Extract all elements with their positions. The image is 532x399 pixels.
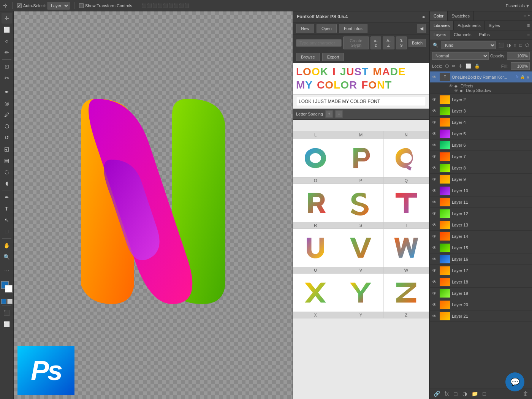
layer-eye-10[interactable]: 👁: [432, 188, 438, 193]
add-style-btn[interactable]: fx: [443, 390, 450, 397]
az-button[interactable]: a-z: [370, 36, 382, 49]
layer-eye-4[interactable]: 👁: [432, 120, 438, 125]
layer-item-4[interactable]: 👁 Layer 4: [430, 117, 532, 128]
layer-item-12[interactable]: 👁 Layer 12: [430, 208, 532, 219]
glyph-y[interactable]: [338, 274, 383, 312]
layer-eye-19[interactable]: 👁: [432, 291, 438, 296]
lock-transparent-icon[interactable]: ⬡: [445, 63, 449, 69]
glyph-z[interactable]: [384, 274, 429, 312]
auto-select-dropdown[interactable]: Layer: [48, 2, 70, 10]
layer-item-14[interactable]: 👁 Layer 14: [430, 231, 532, 242]
tool-eraser[interactable]: ◱: [2, 144, 12, 154]
glyph-t[interactable]: [384, 184, 429, 222]
tab-swatches[interactable]: Swatches: [448, 11, 474, 21]
layer-eye-8[interactable]: 👁: [432, 165, 438, 171]
tool-dodge[interactable]: ◖: [2, 178, 12, 188]
tool-zoom[interactable]: 🔍: [2, 252, 12, 262]
align-left-icon[interactable]: ⬛: [142, 3, 146, 8]
char-input[interactable]: [296, 39, 342, 47]
tool-path[interactable]: ↖: [2, 215, 12, 225]
layer-item-7[interactable]: 👁 Layer 7: [430, 151, 532, 162]
layer-eye-15[interactable]: 👁: [432, 245, 438, 250]
font-infos-button[interactable]: Font Infos: [339, 24, 367, 33]
export-button[interactable]: Export: [322, 53, 344, 61]
layer-eye-5[interactable]: 👁: [432, 131, 438, 136]
libs-menu-icon[interactable]: ≡: [527, 23, 532, 28]
tool-gradient[interactable]: ▤: [2, 155, 12, 166]
layer-eye-7[interactable]: 👁: [432, 154, 438, 159]
layer-item-3[interactable]: 👁 Layer 3: [430, 105, 532, 117]
layer-item-13[interactable]: 👁 Layer 13: [430, 219, 532, 231]
glyph-s[interactable]: [338, 184, 383, 222]
layer-item-2[interactable]: 👁 Layer 2: [430, 94, 532, 105]
link-layers-btn[interactable]: 🔗: [432, 390, 442, 397]
layer-eye-text[interactable]: 👁: [432, 74, 438, 80]
glyph-o[interactable]: [293, 139, 338, 177]
tab-channels[interactable]: Channels: [450, 30, 475, 40]
tool-screen-mode[interactable]: ⬛: [2, 307, 12, 318]
align-center-icon[interactable]: ⬛: [147, 3, 152, 8]
layer-item-16[interactable]: 👁 Layer 16: [430, 253, 532, 265]
layer-item-6[interactable]: 👁 Layer 6: [430, 139, 532, 151]
blend-mode-select[interactable]: Normal: [432, 52, 489, 60]
layer-item-11[interactable]: 👁 Layer 11: [430, 196, 532, 208]
batch-button[interactable]: Batch: [408, 39, 426, 47]
layer-item-8[interactable]: 👁 Layer 8: [430, 162, 532, 174]
lock-all-icon[interactable]: 🔒: [474, 63, 480, 69]
transform-checkbox[interactable]: [79, 3, 84, 8]
background-color[interactable]: [5, 285, 13, 293]
tool-blur[interactable]: ◌: [2, 166, 12, 177]
glyph-v[interactable]: [338, 229, 383, 267]
glyph-q[interactable]: [384, 139, 429, 177]
effects-eye[interactable]: 👁: [449, 84, 453, 88]
new-group-btn[interactable]: 📁: [470, 390, 480, 397]
tool-spot-heal[interactable]: ◎: [2, 98, 12, 109]
dist-v-icon[interactable]: ⬛: [179, 3, 184, 8]
tool-extra[interactable]: ⋯: [2, 266, 12, 276]
filter-shape-icon[interactable]: □: [519, 42, 523, 49]
add-mask-btn[interactable]: ◻: [452, 390, 459, 397]
filter-pixel-icon[interactable]: ⬛: [497, 42, 505, 49]
tool-shape[interactable]: □: [2, 226, 12, 237]
align-top-icon[interactable]: ⬛: [158, 3, 162, 8]
layer-eye-16[interactable]: 👁: [432, 256, 438, 262]
tool-magic-wand[interactable]: ✏: [2, 47, 12, 58]
tab-libraries[interactable]: Libraries: [430, 21, 454, 30]
panel-menu-icon[interactable]: ≡: [523, 13, 526, 19]
standard-mode[interactable]: [1, 299, 6, 304]
glyph-p[interactable]: [338, 139, 383, 177]
tool-move[interactable]: ✛: [2, 13, 12, 24]
layer-eye-3[interactable]: 👁: [432, 108, 438, 114]
tool-slice[interactable]: ✂: [2, 73, 12, 83]
tab-styles[interactable]: Styles: [485, 21, 504, 30]
letter-spacing-plus[interactable]: +: [325, 110, 333, 118]
open-button[interactable]: Open: [317, 24, 337, 33]
layer-eye-12[interactable]: 👁: [432, 211, 438, 216]
layer-item-19[interactable]: 👁 Layer 19: [430, 288, 532, 299]
panel-expand-icon[interactable]: »: [527, 13, 530, 19]
filter-adjust-icon[interactable]: ◑: [506, 42, 511, 49]
filter-text-icon[interactable]: T: [513, 42, 517, 48]
AZ-button[interactable]: A-Z: [383, 36, 394, 49]
drop-shadow-eye[interactable]: 👁: [454, 88, 458, 93]
move-tool-icon[interactable]: ✛: [3, 3, 8, 9]
tab-color[interactable]: Color: [430, 11, 448, 21]
layer-eye-18[interactable]: 👁: [432, 279, 438, 285]
tab-paths[interactable]: Paths: [475, 30, 494, 40]
glyph-r[interactable]: [293, 184, 338, 222]
09-button[interactable]: 0-9: [396, 36, 407, 49]
layer-item-20[interactable]: 👁 Layer 20: [430, 299, 532, 310]
layer-eye-6[interactable]: 👁: [432, 142, 438, 148]
delete-layer-btn[interactable]: 🗑: [521, 390, 530, 397]
layer-eye-11[interactable]: 👁: [432, 200, 438, 205]
chat-button[interactable]: 💬: [505, 372, 524, 391]
plugin-settings-btn[interactable]: ◀: [417, 24, 426, 33]
tool-hand[interactable]: ✋: [2, 240, 12, 251]
tool-history[interactable]: ↺: [2, 132, 12, 143]
layer-eye-2[interactable]: 👁: [432, 97, 438, 102]
tab-layers[interactable]: Layers: [430, 30, 450, 40]
tool-brush[interactable]: 🖊: [2, 109, 12, 120]
preview-text-input[interactable]: [296, 97, 426, 106]
layer-item-text[interactable]: 👁 T OneLineBold by Roman Kor... fx 🔒 ∧: [430, 71, 532, 83]
new-layer-btn[interactable]: □: [481, 390, 487, 397]
